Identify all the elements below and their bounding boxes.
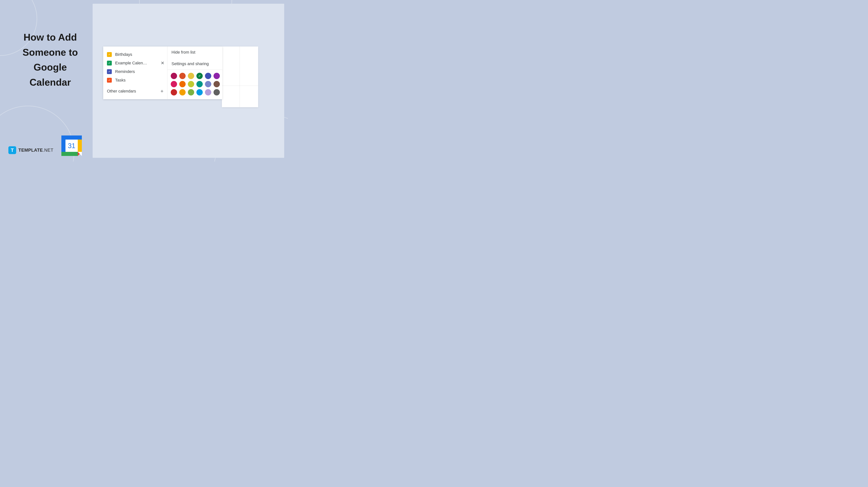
other-calendars-label: Other calendars xyxy=(107,89,136,94)
color-swatch[interactable] xyxy=(179,89,186,95)
color-swatch[interactable] xyxy=(196,81,203,87)
calendar-grid-background xyxy=(222,47,258,107)
color-swatch[interactable] xyxy=(214,73,220,79)
calendar-item-birthdays[interactable]: Birthdays xyxy=(107,50,165,59)
color-swatch[interactable] xyxy=(171,73,177,79)
brand-logo-text: TEMPLATE.NET xyxy=(19,148,53,153)
calendar-item-tasks[interactable]: Tasks xyxy=(107,76,165,85)
other-calendars-row[interactable]: Other calendars + xyxy=(107,88,165,94)
svg-text:31: 31 xyxy=(68,142,75,150)
calendar-item-reminders[interactable]: Reminders xyxy=(107,67,165,76)
menu-settings-sharing[interactable]: Settings and sharing xyxy=(167,58,222,69)
brand-logo: T TEMPLATE.NET xyxy=(8,146,53,154)
color-swatch[interactable] xyxy=(196,89,203,95)
checkbox-icon[interactable] xyxy=(107,69,112,74)
menu-hide-from-list[interactable]: Hide from list xyxy=(167,47,222,58)
brand-suffix: .NET xyxy=(43,148,54,152)
color-swatch-selected[interactable] xyxy=(196,73,203,79)
brand-logo-icon: T xyxy=(8,146,16,154)
color-swatch[interactable] xyxy=(188,73,194,79)
svg-rect-0 xyxy=(61,136,82,140)
brand-name: TEMPLATE xyxy=(19,148,43,152)
checkbox-icon[interactable] xyxy=(107,52,112,57)
color-picker-grid xyxy=(167,70,222,99)
page-title: How to Add Someone to Google Calendar xyxy=(15,30,86,90)
plus-icon[interactable]: + xyxy=(160,88,163,94)
color-swatch[interactable] xyxy=(188,81,194,87)
checkbox-icon[interactable] xyxy=(107,61,112,65)
color-swatch[interactable] xyxy=(179,73,186,79)
color-swatch[interactable] xyxy=(188,89,194,95)
color-swatch[interactable] xyxy=(171,81,177,87)
color-swatch[interactable] xyxy=(205,81,211,87)
calendar-label: Birthdays xyxy=(115,52,165,57)
svg-rect-2 xyxy=(78,140,82,152)
calendar-label: Example Calen… xyxy=(115,61,156,65)
color-swatch[interactable] xyxy=(214,81,220,87)
calendar-list-panel: Birthdays Example Calen… ✕ Reminders Tas… xyxy=(103,47,167,99)
color-swatch[interactable] xyxy=(205,73,211,79)
calendar-options-popup: Birthdays Example Calen… ✕ Reminders Tas… xyxy=(103,47,222,99)
color-swatch[interactable] xyxy=(179,81,186,87)
svg-rect-3 xyxy=(61,152,78,156)
color-swatch[interactable] xyxy=(171,89,177,95)
svg-rect-1 xyxy=(61,140,65,152)
calendar-label: Reminders xyxy=(115,69,165,74)
close-icon[interactable]: ✕ xyxy=(160,60,165,66)
calendar-item-example[interactable]: Example Calen… ✕ xyxy=(107,59,165,67)
color-swatch[interactable] xyxy=(205,89,211,95)
options-panel: Hide from list Settings and sharing xyxy=(167,47,222,99)
google-calendar-icon: 31 xyxy=(61,136,82,156)
checkbox-icon[interactable] xyxy=(107,78,112,83)
calendar-label: Tasks xyxy=(115,78,165,83)
color-swatch[interactable] xyxy=(214,89,220,95)
